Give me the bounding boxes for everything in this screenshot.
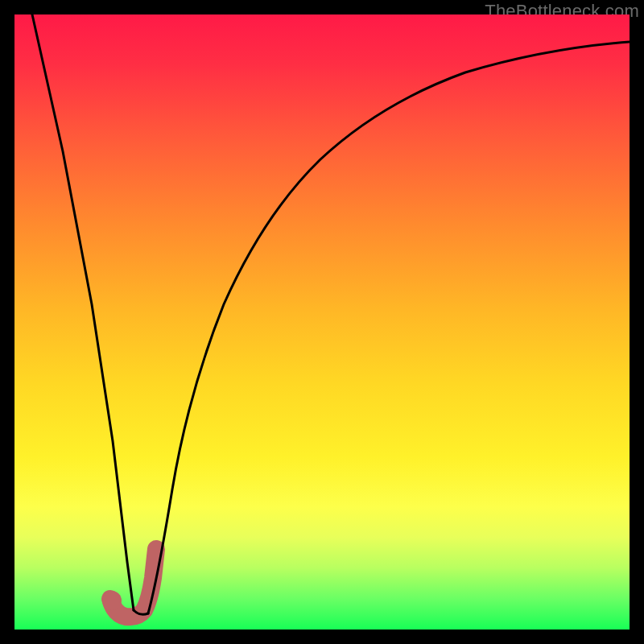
chart-svg	[14, 14, 630, 630]
plot-area	[14, 14, 630, 630]
curve-right-branch	[148, 42, 630, 613]
valley-marker-dot	[102, 591, 122, 610]
chart-frame: TheBottleneck.com	[0, 0, 644, 644]
curve-left-branch	[32, 14, 134, 610]
